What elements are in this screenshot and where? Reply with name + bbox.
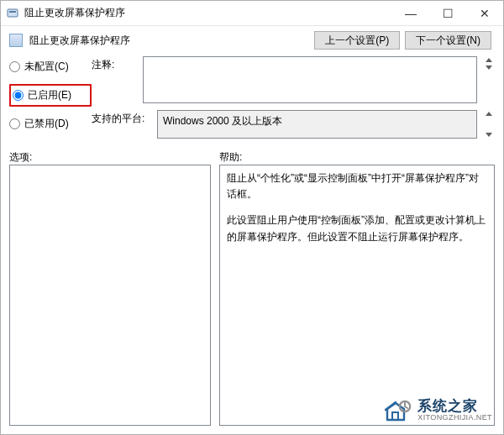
comment-label: 注释: — [92, 56, 138, 72]
prev-setting-button[interactable]: 上一个设置(P) — [314, 31, 400, 50]
panes-row: 选项: 帮助: 阻止从“个性化”或“显示控制面板”中打开“屏幕保护程序”对话框。… — [9, 150, 495, 426]
platform-scroll[interactable] — [482, 110, 495, 139]
radio-disabled[interactable]: 已禁用(D) — [9, 117, 92, 131]
scroll-up-icon — [486, 58, 492, 62]
scroll-up-icon — [486, 112, 492, 116]
title-text: 阻止更改屏幕保护程序 — [24, 6, 392, 20]
platform-label: 支持的平台: — [92, 110, 152, 126]
radio-not-configured-input[interactable] — [9, 61, 20, 72]
radio-enabled-label: 已启用(E) — [28, 88, 71, 102]
comment-scroll[interactable] — [482, 56, 495, 71]
options-pane[interactable] — [9, 165, 211, 426]
radio-group: 未配置(C) 已启用(E) 已禁用(D) — [9, 56, 92, 139]
comment-row: 注释: — [92, 56, 495, 103]
policy-header: 阻止更改屏幕保护程序 上一个设置(P) 下一个设置(N) — [1, 26, 503, 55]
policy-title: 阻止更改屏幕保护程序 — [29, 34, 307, 48]
config-area: 未配置(C) 已启用(E) 已禁用(D) 注释: — [1, 55, 503, 139]
radio-disabled-input[interactable] — [9, 118, 20, 129]
scroll-down-icon — [486, 133, 492, 137]
svg-rect-0 — [8, 9, 18, 17]
platform-box: Windows 2000 及以上版本 — [157, 110, 477, 139]
help-label: 帮助: — [219, 150, 495, 165]
minimize-button[interactable]: — — [392, 1, 429, 25]
platform-value: Windows 2000 及以上版本 — [163, 115, 282, 127]
radio-enabled[interactable]: 已启用(E) — [13, 88, 87, 102]
radio-enabled-input[interactable] — [13, 90, 24, 101]
help-paragraph-2: 此设置阻止用户使用“控制面板”添加、配置或更改计算机上的屏幕保护程序。但此设置不… — [227, 212, 487, 244]
help-paragraph-1: 阻止从“个性化”或“显示控制面板”中打开“屏幕保护程序”对话框。 — [227, 170, 487, 202]
help-pane-col: 帮助: 阻止从“个性化”或“显示控制面板”中打开“屏幕保护程序”对话框。 此设置… — [219, 150, 495, 426]
radio-disabled-label: 已禁用(D) — [24, 117, 69, 131]
nav-buttons: 上一个设置(P) 下一个设置(N) — [314, 31, 491, 50]
svg-rect-1 — [9, 11, 16, 13]
help-pane[interactable]: 阻止从“个性化”或“显示控制面板”中打开“屏幕保护程序”对话框。 此设置阻止用户… — [219, 165, 495, 426]
window-controls: — ☐ ✕ — [392, 1, 503, 25]
radio-not-configured-label: 未配置(C) — [24, 60, 69, 74]
maximize-button[interactable]: ☐ — [429, 1, 466, 25]
options-label: 选项: — [9, 150, 211, 165]
app-icon — [6, 7, 19, 20]
close-button[interactable]: ✕ — [466, 1, 503, 25]
options-pane-col: 选项: — [9, 150, 211, 426]
comment-textarea[interactable] — [143, 56, 477, 103]
dialog-window: 阻止更改屏幕保护程序 — ☐ ✕ 阻止更改屏幕保护程序 上一个设置(P) 下一个… — [0, 0, 504, 435]
next-setting-button[interactable]: 下一个设置(N) — [405, 31, 491, 50]
highlight-enabled: 已启用(E) — [9, 84, 92, 107]
radio-not-configured[interactable]: 未配置(C) — [9, 60, 92, 74]
platform-row: 支持的平台: Windows 2000 及以上版本 — [92, 110, 495, 139]
title-bar: 阻止更改屏幕保护程序 — ☐ ✕ — [1, 1, 503, 26]
fields-column: 注释: 支持的平台: Windows 2000 及以上版本 — [92, 56, 495, 139]
scroll-down-icon — [486, 66, 492, 70]
policy-icon — [9, 34, 23, 47]
lower-area: 选项: 帮助: 阻止从“个性化”或“显示控制面板”中打开“屏幕保护程序”对话框。… — [1, 145, 503, 434]
